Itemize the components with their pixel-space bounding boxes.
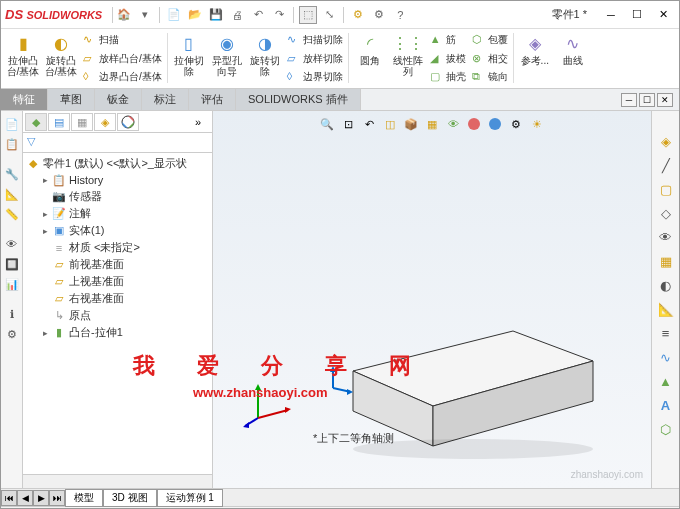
bottom-tab-3dview[interactable]: 3D 视图 xyxy=(103,489,157,507)
panel-tab-display-icon[interactable]: ◈ xyxy=(94,113,116,131)
tree-extrude[interactable]: ▸▮凸台-拉伸1 xyxy=(39,324,210,341)
tree-sensors[interactable]: 📷传感器 xyxy=(39,188,210,205)
rt-face-icon[interactable]: ▢ xyxy=(656,179,676,199)
shell-button[interactable]: ▢抽壳 xyxy=(428,68,468,86)
tree-origin[interactable]: ↳原点 xyxy=(39,307,210,324)
tab-features[interactable]: 特征 xyxy=(1,89,48,110)
side-assembly-icon[interactable]: 📋 xyxy=(3,135,21,153)
rt-annotation-icon[interactable]: A xyxy=(656,395,676,415)
tree-top-plane[interactable]: ▱上视基准面 xyxy=(39,273,210,290)
undo-icon[interactable]: ↶ xyxy=(249,6,267,24)
panel-tab-appearance-icon[interactable] xyxy=(117,113,139,131)
rt-draft-icon[interactable]: 📐 xyxy=(656,299,676,319)
panel-tab-feature-icon[interactable]: ◆ xyxy=(25,113,47,131)
zoom-fit-icon[interactable]: 🔍 xyxy=(318,115,336,133)
side-config-icon[interactable]: ⚙ xyxy=(3,325,21,343)
boundary-button[interactable]: ◊边界凸台/基体 xyxy=(81,68,164,86)
rt-surface-icon[interactable]: ▲ xyxy=(656,371,676,391)
view-orient-icon[interactable]: 📦 xyxy=(402,115,420,133)
bt-prev-button[interactable]: ◀ xyxy=(17,490,33,506)
doc-close-button[interactable]: ✕ xyxy=(657,93,673,107)
print-icon[interactable]: 🖨 xyxy=(228,6,246,24)
side-part-icon[interactable]: 📄 xyxy=(3,115,21,133)
doc-max-button[interactable]: ☐ xyxy=(639,93,655,107)
section-view-icon[interactable]: ◫ xyxy=(381,115,399,133)
rib-button[interactable]: ▲筋 xyxy=(428,31,468,49)
extrude-cut-button[interactable]: ▯ 拉伸切 除 xyxy=(171,31,207,86)
side-tool3-icon[interactable]: 📏 xyxy=(3,205,21,223)
new-icon[interactable]: 📄 xyxy=(165,6,183,24)
side-tool1-icon[interactable]: 🔧 xyxy=(3,165,21,183)
close-button[interactable]: ✕ xyxy=(651,5,675,25)
tab-evaluate[interactable]: 评估 xyxy=(189,89,236,110)
open-icon[interactable]: 📂 xyxy=(186,6,204,24)
intersect-button[interactable]: ⊗相交 xyxy=(470,50,510,68)
minimize-button[interactable]: ─ xyxy=(599,5,623,25)
rt-hide-icon[interactable]: 👁 xyxy=(656,227,676,247)
redo-icon[interactable]: ↷ xyxy=(270,6,288,24)
bt-first-button[interactable]: ⏮ xyxy=(1,490,17,506)
tree-right-plane[interactable]: ▱右视基准面 xyxy=(39,290,210,307)
panel-tab-property-icon[interactable]: ▤ xyxy=(48,113,70,131)
sweep-cut-button[interactable]: ∿扫描切除 xyxy=(285,31,345,49)
side-tool2-icon[interactable]: 📐 xyxy=(3,185,21,203)
tree-solid[interactable]: ▸▣实体(1) xyxy=(39,222,210,239)
rt-render-icon[interactable]: ⬡ xyxy=(656,419,676,439)
help-icon[interactable]: ? xyxy=(391,6,409,24)
options-icon[interactable]: ⚙ xyxy=(349,6,367,24)
save-icon[interactable]: 💾 xyxy=(207,6,225,24)
tree-material[interactable]: ≡材质 <未指定> xyxy=(39,239,210,256)
tab-markup[interactable]: 标注 xyxy=(142,89,189,110)
draft-button[interactable]: ◢拔模 xyxy=(428,50,468,68)
linear-pattern-button[interactable]: ⋮⋮ 线性阵列 xyxy=(390,31,426,86)
bt-last-button[interactable]: ⏭ xyxy=(49,490,65,506)
hole-wizard-button[interactable]: ◉ 异型孔向导 xyxy=(209,31,245,86)
edit-appearance-icon[interactable] xyxy=(465,115,483,133)
rt-edge-icon[interactable]: ◇ xyxy=(656,203,676,223)
panel-scrollbar[interactable] xyxy=(23,474,212,488)
extrude-boss-button[interactable]: ▮ 拉伸凸 台/基体 xyxy=(5,31,41,86)
rt-cube-icon[interactable]: ◈ xyxy=(656,131,676,151)
select-icon[interactable]: ⬚ xyxy=(299,6,317,24)
tab-addins[interactable]: SOLIDWORKS 插件 xyxy=(236,89,361,110)
rt-zebra-icon[interactable]: ≡ xyxy=(656,323,676,343)
curves-button[interactable]: ∿ 曲线 xyxy=(555,31,591,86)
tab-sheetmetal[interactable]: 钣金 xyxy=(95,89,142,110)
reference-button[interactable]: ◈ 参考... xyxy=(517,31,553,86)
mirror-button[interactable]: ⧉镜向 xyxy=(470,68,510,86)
maximize-button[interactable]: ☐ xyxy=(625,5,649,25)
zoom-area-icon[interactable]: ⊡ xyxy=(339,115,357,133)
doc-min-button[interactable]: ─ xyxy=(621,93,637,107)
side-view3-icon[interactable]: 📊 xyxy=(3,275,21,293)
hide-show-icon[interactable]: 👁 xyxy=(444,115,462,133)
tree-front-plane[interactable]: ▱前视基准面 xyxy=(39,256,210,273)
fillet-button[interactable]: ◜ 圆角 xyxy=(352,31,388,86)
panel-tab-config-icon[interactable]: ▦ xyxy=(71,113,93,131)
view-settings-icon[interactable]: ⚙ xyxy=(507,115,525,133)
tree-annotations[interactable]: ▸📝注解 xyxy=(39,205,210,222)
rt-line-icon[interactable]: ╱ xyxy=(656,155,676,175)
loft-cut-button[interactable]: ▱放样切除 xyxy=(285,50,345,68)
rt-transparent-icon[interactable]: ▦ xyxy=(656,251,676,271)
side-info-icon[interactable]: ℹ xyxy=(3,305,21,323)
tab-sketch[interactable]: 草图 xyxy=(48,89,95,110)
boundary-cut-button[interactable]: ◊边界切除 xyxy=(285,68,345,86)
side-view2-icon[interactable]: 🔲 xyxy=(3,255,21,273)
apply-scene-icon[interactable] xyxy=(486,115,504,133)
render-icon[interactable]: ☀ xyxy=(528,115,546,133)
bottom-tab-model[interactable]: 模型 xyxy=(65,489,103,507)
rt-section-icon[interactable]: ◐ xyxy=(656,275,676,295)
revolve-boss-button[interactable]: ◐ 旋转凸 台/基体 xyxy=(43,31,79,86)
bottom-tab-motion[interactable]: 运动算例 1 xyxy=(157,489,223,507)
settings-icon[interactable]: ⚙ xyxy=(370,6,388,24)
bt-next-button[interactable]: ▶ xyxy=(33,490,49,506)
revolve-cut-button[interactable]: ◑ 旋转切 除 xyxy=(247,31,283,86)
panel-pin-icon[interactable]: » xyxy=(187,113,209,131)
tree-history[interactable]: ▸📋History xyxy=(39,172,210,188)
cursor-icon[interactable]: ⤡ xyxy=(320,6,338,24)
filter-icon[interactable]: ▽ xyxy=(27,135,35,147)
side-view1-icon[interactable]: 👁 xyxy=(3,235,21,253)
display-style-icon[interactable]: ▦ xyxy=(423,115,441,133)
wrap-button[interactable]: ⬡包覆 xyxy=(470,31,510,49)
sweep-button[interactable]: ∿扫描 xyxy=(81,31,164,49)
